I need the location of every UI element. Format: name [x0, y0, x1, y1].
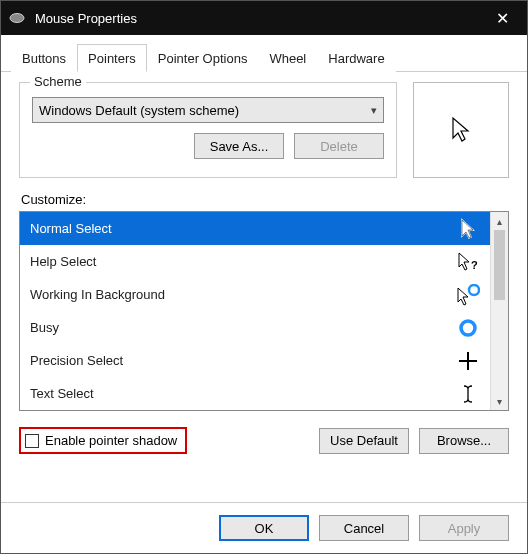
- customize-label: Customize:: [21, 192, 509, 207]
- save-as-button[interactable]: Save As...: [194, 133, 284, 159]
- scheme-selected-value: Windows Default (system scheme): [39, 103, 239, 118]
- cursor-list: Normal Select Help Select ? Working In B…: [19, 211, 509, 411]
- window-title: Mouse Properties: [35, 11, 485, 26]
- tab-pointer-options[interactable]: Pointer Options: [147, 44, 259, 72]
- scroll-thumb[interactable]: [494, 230, 505, 300]
- lower-row: Enable pointer shadow Use Default Browse…: [19, 427, 509, 454]
- enable-pointer-shadow-label: Enable pointer shadow: [45, 433, 177, 448]
- titlebar: Mouse Properties ✕: [1, 1, 527, 35]
- tab-hardware[interactable]: Hardware: [317, 44, 395, 72]
- cursor-precision-icon: [456, 351, 480, 371]
- tab-body: Scheme Windows Default (system scheme) ▾…: [1, 72, 527, 502]
- svg-point-0: [10, 14, 24, 23]
- list-item-label: Text Select: [30, 386, 94, 401]
- enable-pointer-shadow-highlight: Enable pointer shadow: [19, 427, 187, 454]
- enable-pointer-shadow-checkbox[interactable]: [25, 434, 39, 448]
- svg-point-2: [469, 285, 479, 295]
- list-item-normal-select[interactable]: Normal Select: [20, 212, 490, 245]
- scroll-track[interactable]: [491, 300, 508, 392]
- scrollbar[interactable]: ▴ ▾: [490, 212, 508, 410]
- scroll-down-icon[interactable]: ▾: [491, 392, 508, 410]
- cursor-arrow-icon: [451, 116, 471, 144]
- tab-buttons[interactable]: Buttons: [11, 44, 77, 72]
- use-default-button[interactable]: Use Default: [319, 428, 409, 454]
- apply-button: Apply: [419, 515, 509, 541]
- svg-text:?: ?: [471, 259, 478, 271]
- browse-button[interactable]: Browse...: [419, 428, 509, 454]
- cursor-preview: [413, 82, 509, 178]
- list-item-label: Help Select: [30, 254, 96, 269]
- cursor-text-icon: [456, 384, 480, 404]
- svg-point-3: [461, 321, 475, 335]
- tab-bar: Buttons Pointers Pointer Options Wheel H…: [1, 35, 527, 72]
- scheme-select[interactable]: Windows Default (system scheme) ▾: [32, 97, 384, 123]
- list-item-precision-select[interactable]: Precision Select: [20, 344, 490, 377]
- ok-button[interactable]: OK: [219, 515, 309, 541]
- scheme-group: Scheme Windows Default (system scheme) ▾…: [19, 82, 397, 178]
- delete-button: Delete: [294, 133, 384, 159]
- scroll-up-icon[interactable]: ▴: [491, 212, 508, 230]
- dialog-footer: OK Cancel Apply: [1, 502, 527, 553]
- scheme-row: Scheme Windows Default (system scheme) ▾…: [19, 82, 509, 178]
- tab-pointers[interactable]: Pointers: [77, 44, 147, 72]
- tab-wheel[interactable]: Wheel: [258, 44, 317, 72]
- cursor-working-icon: [456, 284, 480, 306]
- list-item-label: Precision Select: [30, 353, 123, 368]
- mouse-icon: [9, 12, 27, 24]
- list-item-text-select[interactable]: Text Select: [20, 377, 490, 410]
- list-item-working-in-background[interactable]: Working In Background: [20, 278, 490, 311]
- close-icon[interactable]: ✕: [485, 9, 519, 28]
- cancel-button[interactable]: Cancel: [319, 515, 409, 541]
- cursor-arrow-icon: [456, 218, 480, 240]
- cursor-help-icon: ?: [456, 251, 480, 273]
- chevron-down-icon: ▾: [371, 104, 377, 117]
- list-item-label: Busy: [30, 320, 59, 335]
- mouse-properties-window: Mouse Properties ✕ Buttons Pointers Poin…: [0, 0, 528, 554]
- list-item-help-select[interactable]: Help Select ?: [20, 245, 490, 278]
- cursor-busy-icon: [456, 318, 480, 338]
- list-item-label: Normal Select: [30, 221, 112, 236]
- list-item-busy[interactable]: Busy: [20, 311, 490, 344]
- list-item-label: Working In Background: [30, 287, 165, 302]
- scheme-group-label: Scheme: [30, 74, 86, 89]
